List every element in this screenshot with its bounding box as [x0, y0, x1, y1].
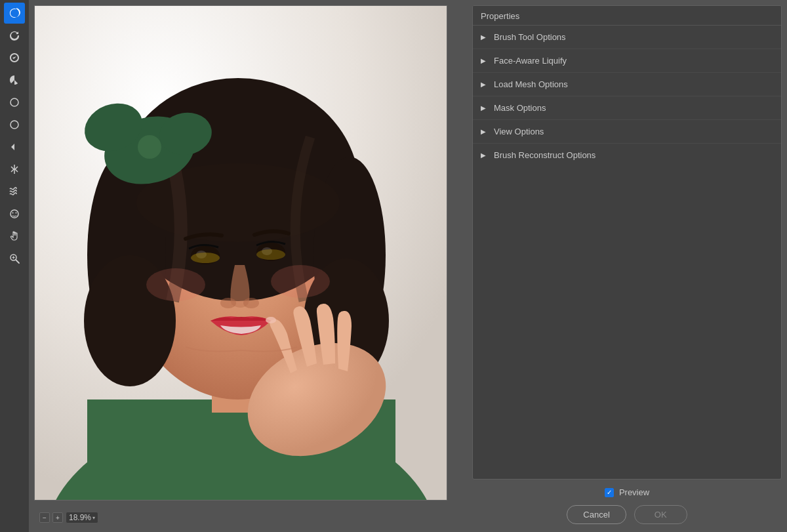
svg-point-24: [138, 135, 161, 159]
bloat-icon: [9, 119, 20, 131]
ok-button[interactable]: OK: [634, 505, 687, 524]
face-aware-liquify-arrow: ▶: [481, 57, 489, 64]
svg-point-31: [220, 298, 236, 308]
svg-point-4: [16, 213, 17, 214]
preview-row: ✓ Preview: [605, 487, 649, 497]
pucker-icon: [9, 96, 20, 108]
left-toolbar: [0, 0, 29, 532]
hand-icon: [9, 230, 20, 242]
svg-point-29: [191, 253, 220, 263]
view-options-label: View Options: [494, 127, 544, 136]
view-options-section[interactable]: ▶ View Options: [473, 120, 781, 144]
reconstruct-tool[interactable]: [4, 25, 25, 46]
zoom-minus-icon: −: [43, 514, 47, 522]
zoom-tool[interactable]: [4, 248, 25, 269]
mask-options-label: Mask Options: [494, 103, 546, 113]
brush-reconstruct-options-arrow: ▶: [481, 152, 489, 159]
zoom-percentage: 18.9%: [69, 513, 91, 522]
bottom-controls: ✓ Preview Cancel OK: [472, 480, 782, 532]
smooth-icon: [9, 52, 20, 64]
preview-label: Preview: [619, 487, 649, 497]
load-mesh-options-label: Load Mesh Options: [494, 79, 568, 89]
face-icon: [9, 208, 20, 220]
twirl-icon: [9, 74, 20, 86]
preview-checkbox[interactable]: ✓: [605, 488, 614, 497]
mask-options-section[interactable]: ▶ Mask Options: [473, 96, 781, 120]
zoom-dropdown[interactable]: 18.9% ▾: [66, 512, 98, 523]
push-left-tool[interactable]: [4, 136, 25, 157]
checkbox-check-icon: ✓: [607, 489, 612, 496]
svg-line-6: [16, 260, 19, 263]
portrait-svg: [35, 6, 447, 501]
zoom-plus-icon: +: [56, 514, 60, 522]
warp-tool[interactable]: [4, 3, 25, 24]
chevron-down-icon: ▾: [92, 515, 95, 521]
hand-tool[interactable]: [4, 226, 25, 247]
svg-point-30: [256, 249, 285, 260]
svg-point-36: [266, 317, 276, 323]
svg-point-34: [271, 265, 330, 298]
svg-point-33: [146, 268, 205, 301]
zoom-icon: [9, 253, 20, 264]
mask-options-arrow: ▶: [481, 104, 489, 112]
canvas-area: − + 18.9% ▾: [29, 0, 472, 532]
brush-reconstruct-options-section[interactable]: ▶ Brush Reconstruct Options: [473, 144, 781, 167]
panel-title: Properties: [473, 6, 781, 25]
properties-panel: Properties ▶ Brush Tool Options ▶ Face-A…: [472, 5, 782, 480]
mirror-icon: [9, 163, 20, 175]
canvas-wrapper: [34, 5, 467, 508]
zoom-in-button[interactable]: +: [52, 512, 63, 523]
turbulence-icon: [9, 186, 20, 197]
brush-tool-options-section[interactable]: ▶ Brush Tool Options: [473, 26, 781, 49]
twirl-tool[interactable]: [4, 70, 25, 91]
svg-point-32: [243, 298, 259, 308]
warp-icon: [9, 7, 20, 19]
push-left-icon: [9, 141, 20, 153]
face-aware-liquify-label: Face-Aware Liquify: [494, 56, 567, 66]
load-mesh-options-section[interactable]: ▶ Load Mesh Options: [473, 73, 781, 96]
pucker-tool[interactable]: [4, 92, 25, 113]
brush-tool-options-label: Brush Tool Options: [494, 32, 566, 42]
mirror-tool[interactable]: [4, 159, 25, 180]
smooth-tool[interactable]: [4, 47, 25, 68]
button-row: Cancel OK: [567, 505, 687, 524]
status-bar: − + 18.9% ▾: [34, 508, 467, 527]
brush-reconstruct-options-label: Brush Reconstruct Options: [494, 150, 595, 160]
turbulence-tool[interactable]: [4, 181, 25, 202]
bloat-tool[interactable]: [4, 114, 25, 135]
face-aware-liquify-section[interactable]: ▶ Face-Aware Liquify: [473, 49, 781, 73]
view-options-arrow: ▶: [481, 128, 489, 135]
load-mesh-options-arrow: ▶: [481, 81, 489, 88]
reconstruct-icon: [9, 30, 20, 41]
zoom-out-button[interactable]: −: [39, 512, 50, 523]
face-tool[interactable]: [4, 203, 25, 224]
brush-tool-options-arrow: ▶: [481, 33, 489, 41]
cancel-button[interactable]: Cancel: [567, 505, 626, 524]
canvas-image[interactable]: [34, 5, 447, 501]
right-panel: Properties ▶ Brush Tool Options ▶ Face-A…: [472, 0, 787, 532]
svg-point-3: [12, 213, 14, 214]
